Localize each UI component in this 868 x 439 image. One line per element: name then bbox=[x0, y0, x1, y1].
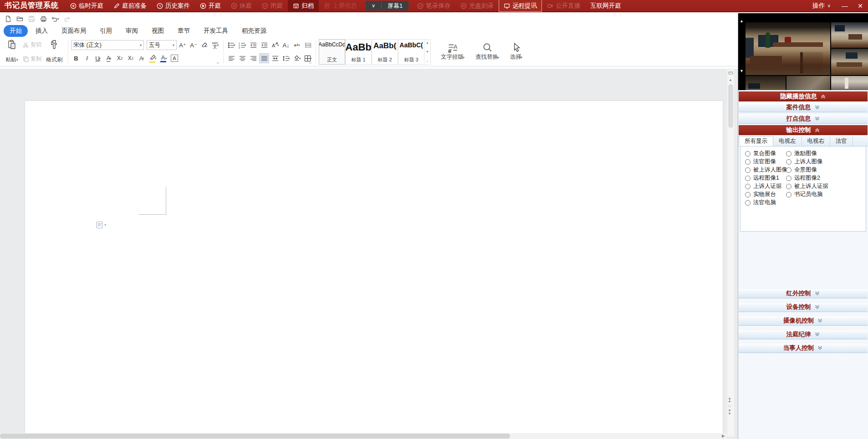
align-left-button[interactable] bbox=[226, 53, 236, 63]
section-output-control[interactable]: 输出控制 bbox=[739, 125, 868, 135]
styles-scroll[interactable]: ▲ ▼ ⌄ bbox=[424, 39, 431, 65]
scroll-up-icon[interactable]: ▲ bbox=[426, 41, 429, 44]
dialog-launcher-icon[interactable]: ⌙ bbox=[309, 61, 312, 65]
sort-button[interactable]: A↓ bbox=[281, 40, 291, 50]
operate-menu[interactable]: 操作 ∨ bbox=[806, 2, 837, 10]
radio-icon[interactable] bbox=[745, 159, 751, 165]
section-mark-info[interactable]: 打点信息 bbox=[739, 114, 868, 124]
section-device-control[interactable]: 设备控制 bbox=[739, 302, 868, 312]
character-scale-button[interactable]: A▾ bbox=[270, 40, 280, 50]
scroll-up-icon[interactable]: ▲ bbox=[729, 78, 732, 82]
format-painter-button[interactable]: 格式刷 bbox=[43, 38, 65, 65]
radio-icon[interactable] bbox=[745, 200, 751, 206]
video-thumb-side-room-2[interactable] bbox=[831, 49, 868, 75]
radio-option[interactable]: 远程图像1 bbox=[745, 175, 787, 181]
close-button[interactable]: ✕ bbox=[853, 2, 868, 10]
radio-icon[interactable] bbox=[786, 176, 791, 181]
radio-option[interactable]: 法官图像 bbox=[745, 159, 787, 165]
video-thumb-bottom-2[interactable] bbox=[786, 76, 830, 90]
section-hide-play-info[interactable]: 隐藏播放信息 bbox=[739, 91, 868, 101]
align-center-button[interactable] bbox=[237, 53, 247, 63]
bold-button[interactable]: B bbox=[71, 53, 81, 63]
insert-anchor[interactable]: ▾ bbox=[96, 221, 106, 229]
distribute-button[interactable] bbox=[270, 53, 280, 63]
radio-option[interactable]: 远程图像2 bbox=[786, 175, 828, 181]
highlight-color-button[interactable]: ▾ bbox=[148, 53, 158, 63]
menu-item-history-cases[interactable]: 历史案件 bbox=[152, 0, 195, 12]
bullet-list-button[interactable]: ▾ bbox=[226, 40, 236, 50]
tab-review[interactable]: 审阅 bbox=[120, 25, 144, 37]
show-marks-button[interactable]: ↵▾ bbox=[292, 40, 302, 50]
scrollbar-thumb[interactable] bbox=[0, 434, 510, 439]
dropdown-arrow-icon[interactable]: ▾ bbox=[104, 223, 106, 227]
scroll-right-icon[interactable]: ▶ bbox=[722, 434, 725, 438]
superscript-button[interactable]: X2 bbox=[115, 53, 125, 63]
section-party-control[interactable]: 当事人控制 bbox=[739, 343, 868, 353]
style-normal[interactable]: AaBbCcDd 正文 bbox=[319, 39, 345, 65]
shrink-font-button[interactable]: A⁻ bbox=[189, 40, 199, 50]
text-layout-button[interactable]: A 文字排版▾ bbox=[435, 40, 470, 63]
print-button[interactable] bbox=[38, 15, 48, 24]
radio-icon[interactable] bbox=[745, 184, 751, 189]
scrollbar-thumb[interactable] bbox=[728, 84, 733, 128]
text-effects-button[interactable]: A▾ bbox=[137, 53, 147, 63]
video-thumb-bottom-1[interactable] bbox=[745, 76, 786, 90]
dialog-launcher-icon[interactable]: ⌙ bbox=[216, 61, 220, 65]
video-scroll-down-icon[interactable]: ▼ bbox=[740, 69, 744, 73]
radio-icon[interactable] bbox=[745, 167, 751, 173]
horizontal-scrollbar[interactable]: ▶ bbox=[0, 433, 727, 439]
chevron-down-icon[interactable]: ∨ bbox=[366, 3, 381, 9]
font-size-select[interactable]: 五号▾ bbox=[147, 40, 177, 50]
radio-option[interactable]: 复合图像 bbox=[745, 151, 787, 156]
radio-option[interactable]: 书记员电脑 bbox=[786, 192, 828, 197]
page-setup-button[interactable] bbox=[303, 40, 313, 50]
menu-item-remote-interrogation[interactable]: 远程提讯 bbox=[499, 0, 542, 12]
tab-docer-resources[interactable]: 稻壳资源 bbox=[236, 25, 272, 37]
font-name-select[interactable]: 宋体 (正文)▾ bbox=[71, 40, 144, 50]
character-shading-button[interactable]: A bbox=[169, 53, 179, 63]
screen-selector[interactable]: ∨ 屏幕1 bbox=[366, 1, 408, 10]
radio-option[interactable]: 法官电脑 bbox=[745, 200, 787, 206]
increase-indent-button[interactable] bbox=[259, 40, 269, 50]
video-thumb-bottom-3[interactable] bbox=[831, 76, 868, 90]
numbered-list-button[interactable]: 123▾ bbox=[237, 40, 247, 50]
tab-all-display[interactable]: 所有显示 bbox=[739, 136, 773, 146]
tab-section[interactable]: 章节 bbox=[172, 25, 196, 37]
decrease-indent-button[interactable] bbox=[248, 40, 258, 50]
radio-option[interactable]: 全景图像 bbox=[786, 167, 828, 173]
tab-home[interactable]: 开始 bbox=[4, 25, 28, 37]
tab-judge[interactable]: 法官 bbox=[830, 136, 853, 146]
radio-icon[interactable] bbox=[786, 151, 791, 156]
strikethrough-button[interactable]: A▾ bbox=[104, 53, 114, 63]
section-infrared-control[interactable]: 红外控制 bbox=[739, 288, 868, 298]
minimize-button[interactable]: — bbox=[837, 2, 853, 10]
more-styles-icon[interactable]: ⌄ bbox=[426, 59, 429, 63]
menu-item-open-court[interactable]: 开庭 bbox=[195, 0, 226, 12]
find-replace-button[interactable]: 查找替换▾ bbox=[470, 40, 505, 63]
style-heading2[interactable]: AaBb( 标题 2 bbox=[372, 39, 398, 65]
screen-selector-value[interactable]: 屏幕1 bbox=[382, 2, 408, 10]
menu-item-temp-court[interactable]: 临时开庭 bbox=[65, 0, 108, 12]
radio-icon[interactable] bbox=[786, 192, 791, 197]
clear-format-button[interactable] bbox=[199, 40, 209, 50]
radio-icon[interactable] bbox=[745, 176, 751, 181]
radio-icon[interactable] bbox=[745, 151, 751, 156]
video-thumb-main-courtroom[interactable] bbox=[745, 22, 830, 75]
ruler-toggle-icon[interactable] bbox=[728, 71, 733, 76]
style-heading1[interactable]: AaBb 标题 1 bbox=[345, 39, 372, 65]
video-thumb-side-room-1[interactable] bbox=[831, 22, 868, 48]
video-scroll-up-icon[interactable]: ▲ bbox=[740, 19, 744, 23]
scroll-down-icon[interactable]: ▼ bbox=[426, 50, 429, 53]
phonetic-guide-button[interactable]: wén文▾ bbox=[210, 40, 220, 50]
open-file-button[interactable] bbox=[15, 15, 25, 24]
style-heading3[interactable]: AaBbC( 标题 3 bbox=[398, 39, 424, 65]
font-color-button[interactable]: A▾ bbox=[158, 53, 168, 63]
radio-option[interactable]: 上诉人图像 bbox=[786, 159, 828, 165]
radio-icon[interactable] bbox=[786, 184, 791, 189]
section-case-info[interactable]: 案件信息 bbox=[739, 102, 868, 112]
tab-tv-left[interactable]: 电视左 bbox=[773, 136, 802, 146]
undo-button[interactable]: ▾ bbox=[50, 15, 60, 24]
radio-icon[interactable] bbox=[786, 167, 791, 173]
subscript-button[interactable]: X2 bbox=[126, 53, 136, 63]
tab-view[interactable]: 视图 bbox=[146, 25, 170, 37]
